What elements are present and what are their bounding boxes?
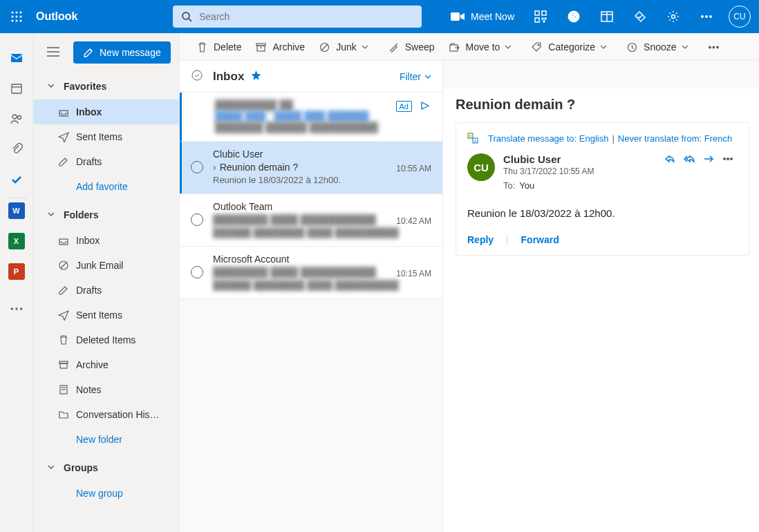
rail-files[interactable]	[0, 134, 33, 164]
nav-item-folder-1[interactable]: Junk Email	[33, 253, 179, 278]
rail-calendar[interactable]	[0, 73, 33, 104]
message-item-2[interactable]: Microsoft Account ████████ ████ ████████…	[180, 247, 442, 299]
nav-collapse-button[interactable]	[47, 47, 59, 59]
select-radio[interactable]	[191, 266, 203, 278]
message-more-button[interactable]	[718, 153, 738, 191]
nav-item-folder-3[interactable]: Sent Items	[33, 303, 179, 327]
video-icon	[451, 12, 465, 21]
rail-more[interactable]	[0, 294, 33, 324]
more-header-button[interactable]	[690, 0, 723, 33]
select-radio[interactable]	[191, 213, 203, 226]
favorite-star-icon[interactable]	[251, 70, 261, 83]
svg-text:A: A	[474, 139, 477, 143]
tag-check-icon	[634, 10, 646, 23]
rail-todo[interactable]	[0, 164, 33, 195]
message-time: 10:42 AM	[396, 216, 431, 226]
move-to-button[interactable]: Move to	[442, 33, 525, 61]
new-group-link[interactable]: New group	[33, 481, 179, 506]
svg-point-30	[12, 115, 17, 119]
forward-icon-button[interactable]	[699, 153, 718, 191]
nav-item-folder-6[interactable]: Notes	[33, 377, 179, 402]
new-message-label: New message	[100, 47, 161, 58]
snooze-button[interactable]: Snooze	[619, 33, 700, 61]
svg-point-6	[12, 20, 14, 22]
svg-rect-15	[542, 18, 543, 19]
nav-item-folder-0[interactable]: Inbox	[33, 228, 179, 253]
notifications-button[interactable]	[624, 0, 657, 33]
nav-item-folder-2[interactable]: Drafts	[33, 278, 179, 303]
folders-header[interactable]: Folders	[33, 202, 179, 228]
nav-item-label: Conversation His…	[76, 409, 160, 420]
more-commands-button[interactable]	[701, 33, 727, 61]
nav-item-folder-7[interactable]: Conversation His…	[33, 402, 179, 427]
compose-icon	[83, 47, 94, 58]
search-box[interactable]	[173, 6, 422, 28]
nav-item-fav-1[interactable]: Sent Items	[33, 124, 179, 149]
message-item-0[interactable]: Clubic User ›Reunion demain ? Reunion le…	[180, 142, 442, 194]
message-list-pane: Inbox Filter █████████ ██ ████ ███ - ███…	[180, 61, 443, 532]
reply-all-icon-button[interactable]	[680, 153, 699, 191]
ad-choices-icon[interactable]	[420, 101, 430, 113]
groups-header[interactable]: Groups	[33, 455, 179, 481]
app-launcher-button[interactable]	[0, 11, 33, 22]
select-all-checkbox[interactable]	[191, 69, 203, 84]
filter-button[interactable]: Filter	[400, 71, 431, 82]
select-radio[interactable]	[191, 161, 203, 173]
new-folder-link[interactable]: New folder	[33, 427, 179, 452]
trash-icon	[58, 334, 76, 345]
app-header: Outlook Meet Now S CU	[0, 0, 759, 33]
people-icon	[10, 112, 24, 126]
rail-mail[interactable]	[0, 43, 33, 73]
nav-item-fav-2[interactable]: Drafts	[33, 149, 179, 174]
delete-button[interactable]: Delete	[189, 33, 248, 61]
favorites-header[interactable]: Favorites	[33, 73, 179, 99]
inbox-icon	[58, 106, 76, 117]
teams-button[interactable]	[524, 0, 557, 33]
archive-button[interactable]: Archive	[248, 33, 312, 61]
message-preview: Reunion le 18/03/2022 à 12h00.	[213, 175, 431, 185]
move-icon	[449, 41, 460, 53]
junk-button[interactable]: Junk	[312, 33, 381, 61]
reading-pane-toolbar-bg	[443, 61, 759, 88]
sweep-button[interactable]: Sweep	[381, 33, 442, 61]
reply-link[interactable]: Reply	[467, 234, 494, 245]
never-translate-link[interactable]: Never translate from: French	[618, 133, 732, 144]
svg-rect-27	[11, 54, 22, 62]
svg-rect-48	[257, 46, 265, 51]
reply-icon-button[interactable]	[660, 153, 680, 191]
message-item-1[interactable]: Outlook Team ████████ ████ ███████████ █…	[180, 194, 442, 247]
account-avatar[interactable]: CU	[729, 6, 751, 28]
categorize-button[interactable]: Categorize	[524, 33, 619, 61]
new-message-button[interactable]: New message	[73, 41, 171, 64]
svg-point-5	[20, 16, 22, 18]
add-favorite-link[interactable]: Add favorite	[33, 174, 179, 199]
list-header: Inbox Filter	[180, 61, 442, 93]
nav-item-fav-0[interactable]: Inbox	[33, 99, 179, 124]
settings-button[interactable]	[657, 0, 690, 33]
svg-point-8	[20, 20, 22, 22]
message-preview: ██████ ████████ ████ ██████████	[213, 280, 431, 290]
search-input[interactable]	[199, 11, 413, 22]
svg-point-58	[192, 70, 202, 80]
svg-line-10	[189, 19, 191, 21]
outlook-addon-button[interactable]	[590, 0, 624, 33]
app-tile-word[interactable]: W	[8, 202, 25, 219]
forward-link[interactable]: Forward	[521, 234, 559, 245]
chevron-down-icon	[47, 462, 55, 473]
app-tile-powerpoint[interactable]: P	[8, 263, 25, 280]
translate-to-link[interactable]: Translate message to: English	[488, 133, 608, 144]
skype-icon: S	[568, 10, 580, 23]
ad-item[interactable]: █████████ ██ ████ ███ - ████ ███ ██████ …	[180, 93, 442, 142]
meet-now-button[interactable]: Meet Now	[445, 0, 524, 33]
nav-item-folder-5[interactable]: Archive	[33, 352, 179, 377]
skype-button[interactable]: S	[557, 0, 590, 33]
nav-item-label: Inbox	[76, 106, 102, 117]
svg-point-1	[16, 12, 18, 14]
reading-pane: Reunion demain ? 文A Translate message to…	[443, 61, 759, 532]
qr-icon	[534, 10, 547, 23]
sender-avatar[interactable]: CU	[467, 153, 495, 181]
nav-item-folder-4[interactable]: Deleted Items	[33, 327, 179, 352]
message-actions	[660, 153, 738, 191]
rail-people[interactable]	[0, 104, 33, 134]
app-tile-excel[interactable]: X	[8, 233, 25, 249]
